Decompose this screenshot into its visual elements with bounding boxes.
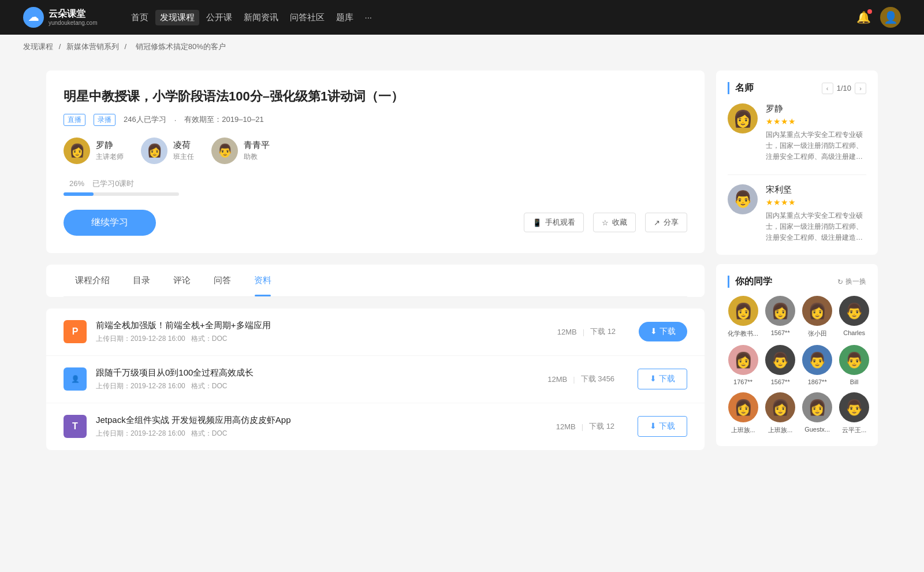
star-icon: ☆ [602, 218, 609, 227]
download-button-3[interactable]: ⬇ 下载 [638, 416, 687, 437]
logo[interactable]: ☁ 云朵课堂 yundouketang.com [23, 7, 98, 28]
resource-info-3: Jetpack全组件实战 开发短视频应用高仿皮皮虾App 上传日期：2019-1… [96, 415, 533, 439]
classmate-3[interactable]: 👩 张小田 [802, 296, 832, 338]
resource-meta-2: 上传日期：2019-12-28 16:00 格式：DOC [96, 381, 524, 391]
sidebar-teacher-stars-2: ★★★★ [766, 198, 866, 207]
classmates-grid: 👩 化学教书... 👩 1567** 👩 张小田 👨 Charles 👩 [728, 296, 866, 434]
nav-qa[interactable]: 问答社区 [285, 10, 329, 25]
classmate-name-3: 张小田 [808, 329, 827, 338]
mobile-icon: 📱 [532, 218, 542, 227]
classmate-12[interactable]: 👨 云平王... [839, 392, 869, 434]
teacher-info-2: 凌荷 班主任 [173, 140, 194, 162]
classmate-avatar-1: 👩 [728, 296, 758, 326]
teacher-info-3: 青青平 助教 [244, 140, 270, 162]
tab-review[interactable]: 评论 [162, 265, 202, 296]
sidebar-teacher-avatar-2: 👨 [728, 184, 758, 214]
share-button[interactable]: ↗ 分享 [645, 213, 687, 232]
tab-qa[interactable]: 问答 [202, 265, 243, 296]
resource-meta-1: 上传日期：2019-12-28 16:00 格式：DOC [96, 334, 534, 344]
progress-bar-fill [64, 192, 94, 196]
refresh-classmates-button[interactable]: ↻ 换一换 [837, 277, 866, 287]
course-card: 明星中教授课，小学阶段语法100分–强化级第1讲动词（一） 直播 录播 246人… [46, 70, 705, 253]
sidebar-teacher-name-2: 宋利坚 [766, 184, 866, 195]
nav-more[interactable]: ··· [360, 10, 377, 25]
classmate-6[interactable]: 👨 1567** [765, 345, 795, 385]
teacher-avatar-2: 👩 [141, 138, 167, 164]
classmate-8[interactable]: 👨 Bill [839, 345, 869, 385]
logo-icon: ☁ [23, 7, 44, 28]
classmate-avatar-6: 👨 [765, 345, 795, 375]
classmate-1[interactable]: 👩 化学教书... [728, 296, 758, 338]
classmate-2[interactable]: 👩 1567** [765, 296, 795, 338]
classmate-name-7: 1867** [808, 378, 827, 385]
nav-quiz[interactable]: 题库 [331, 10, 358, 25]
classmate-9[interactable]: 👩 上班族... [728, 392, 758, 434]
tab-catalog[interactable]: 目录 [121, 265, 162, 296]
sidebar-right: 名师 ‹ 1/10 › 👩 罗静 ★★★★ 国内某重点大学安全工程专业硕士，国家… [716, 70, 878, 455]
buttons-row: 继续学习 📱 手机观看 ☆ 收藏 ↗ 分享 [64, 210, 687, 236]
logo-text: 云朵课堂 yundouketang.com [49, 8, 98, 26]
resource-item-1: P 前端全栈加强版！前端全栈+全周期+多端应用 上传日期：2019-12-28 … [46, 309, 705, 356]
resource-icon-3: T [64, 415, 87, 438]
classmate-11[interactable]: 👩 Guestx... [802, 392, 832, 434]
download-button-1[interactable]: ⬇ 下载 [639, 322, 687, 341]
teacher-avatar-3: 👨 [211, 138, 238, 164]
teachers-card-header: 名师 ‹ 1/10 › [728, 82, 866, 94]
course-teachers: 👩 罗静 主讲老师 👩 凌荷 班主任 [64, 138, 687, 164]
teacher-info-1: 罗静 主讲老师 [96, 140, 124, 162]
nav-news[interactable]: 新闻资讯 [239, 10, 283, 25]
teacher-name-3: 青青平 [244, 140, 270, 151]
nav-discover[interactable]: 发现课程 [155, 10, 199, 25]
classmate-10[interactable]: 👩 上班族... [765, 392, 795, 434]
progress-bar-bg [64, 192, 179, 196]
breadcrumb-link-2[interactable]: 新媒体营销系列 [66, 42, 119, 51]
breadcrumb-sep-1: / [59, 42, 63, 51]
sidebar-teacher-name-1: 罗静 [766, 103, 866, 114]
bell-icon[interactable]: 🔔 [856, 10, 871, 24]
nav-public[interactable]: 公开课 [202, 10, 237, 25]
classmates-title: 你的同学 [728, 276, 772, 288]
page-next-btn[interactable]: › [855, 83, 866, 94]
classmate-name-5: 1767** [733, 378, 752, 385]
course-title: 明星中教授课，小学阶段语法100分–强化级第1讲动词（一） [64, 88, 687, 106]
classmate-name-9: 上班族... [731, 426, 755, 434]
tabs-card: 课程介绍 目录 评论 问答 资料 [46, 265, 705, 297]
header-right: 🔔 👤 [856, 7, 901, 28]
classmate-avatar-11: 👩 [802, 392, 832, 422]
classmate-4[interactable]: 👨 Charles [839, 296, 869, 338]
continue-learning-button[interactable]: 继续学习 [64, 210, 156, 236]
teacher-name-2: 凌荷 [173, 140, 194, 151]
mobile-watch-button[interactable]: 📱 手机观看 [524, 213, 584, 232]
refresh-icon: ↻ [837, 278, 843, 286]
teacher-2: 👩 凌荷 班主任 [141, 138, 194, 164]
collect-button[interactable]: ☆ 收藏 [593, 213, 636, 232]
resource-name-2: 跟随千万级项目从0到100全过程高效成长 [96, 367, 524, 378]
breadcrumb-link-1[interactable]: 发现课程 [23, 42, 53, 51]
teacher-role-3: 助教 [244, 152, 270, 162]
classmate-avatar-5: 👩 [728, 345, 758, 375]
classmate-name-2: 1567** [771, 329, 790, 336]
classmate-avatar-7: 👨 [802, 345, 832, 375]
resource-item-2: 👤 跟随千万级项目从0到100全过程高效成长 上传日期：2019-12-28 1… [46, 356, 705, 403]
nav-home[interactable]: 首页 [126, 10, 153, 25]
tab-intro[interactable]: 课程介绍 [64, 265, 121, 296]
resource-stats-3: 12MB | 下载 12 [556, 421, 614, 432]
learner-count: 246人已学习 [124, 114, 166, 125]
teacher-3: 👨 青青平 助教 [211, 138, 270, 164]
classmate-name-1: 化学教书... [728, 329, 758, 338]
header: ☁ 云朵课堂 yundouketang.com 首页 发现课程 公开课 新闻资讯… [0, 0, 924, 35]
resource-icon-1: P [64, 320, 87, 343]
classmate-7[interactable]: 👨 1867** [802, 345, 832, 385]
page-prev-btn[interactable]: ‹ [822, 83, 833, 94]
sidebar-teacher-2: 👨 宋利坚 ★★★★ 国内某重点大学安全工程专业硕士，国家一级注册消防工程师、注… [728, 184, 866, 244]
sidebar-teacher-desc-2: 国内某重点大学安全工程专业硕士，国家一级注册消防工程师、注册安全工程师、级注册建… [766, 210, 866, 244]
classmate-name-8: Bill [850, 378, 859, 385]
classmate-name-6: 1567** [771, 378, 790, 385]
main-container: 明星中教授课，小学阶段语法100分–强化级第1讲动词（一） 直播 录播 246人… [23, 59, 901, 467]
tab-resource[interactable]: 资料 [243, 265, 283, 296]
meta-dot: · [174, 116, 177, 124]
classmate-5[interactable]: 👩 1767** [728, 345, 758, 385]
user-avatar-header[interactable]: 👤 [880, 7, 901, 28]
download-button-2[interactable]: ⬇ 下载 [638, 369, 687, 389]
classmate-avatar-8: 👨 [839, 345, 869, 375]
